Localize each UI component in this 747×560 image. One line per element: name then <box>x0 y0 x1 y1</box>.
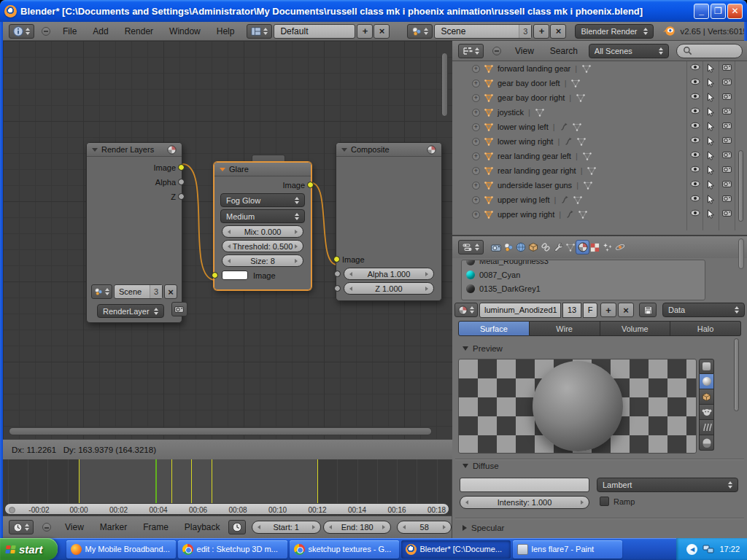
taskbar-task-button[interactable]: My Mobile Broadband... <box>66 540 176 559</box>
z-input-socket[interactable] <box>334 285 341 292</box>
object-name[interactable]: upper wing left <box>498 195 550 204</box>
renderability-toggle[interactable] <box>722 136 732 145</box>
collapse-menus-button[interactable] <box>42 27 50 36</box>
menu-add[interactable]: Add <box>85 26 116 36</box>
expand-icon[interactable]: + <box>472 123 480 131</box>
menu-view[interactable]: View <box>507 46 542 56</box>
renderability-toggle[interactable] <box>722 209 732 218</box>
expand-icon[interactable]: + <box>472 211 480 219</box>
unlink-material-button[interactable]: × <box>618 303 634 317</box>
menu-help[interactable]: Help <box>209 26 243 36</box>
selectability-toggle[interactable] <box>707 180 714 191</box>
preview-hair-button[interactable] <box>699 420 714 435</box>
outliner-item-row[interactable]: + gear bay door right | <box>452 90 747 105</box>
node-glare[interactable]: Glare Image Fog Glow Medium Mix: 0.000 T… <box>214 162 311 290</box>
renderability-toggle[interactable] <box>722 151 732 160</box>
diffuse-intensity-slider[interactable]: Intensity: 1.000 <box>460 496 589 509</box>
object-name[interactable]: forward landing gear <box>498 64 570 73</box>
collapse-menus-button[interactable] <box>42 523 51 532</box>
layout-name-field[interactable]: Default <box>274 24 355 39</box>
scene-users-count[interactable]: 3 <box>519 25 531 38</box>
render-tab-icon[interactable] <box>489 241 502 254</box>
material-context-tab[interactable]: Surface <box>458 321 530 336</box>
start-frame-field[interactable]: Start: 1 <box>252 521 321 534</box>
expand-icon[interactable]: + <box>472 196 480 204</box>
preview-sphere-button[interactable] <box>699 374 714 389</box>
preview-flat-button[interactable] <box>699 359 714 374</box>
material-context-tab[interactable]: Halo <box>670 321 741 336</box>
expand-icon[interactable]: + <box>472 138 480 146</box>
material-name-field[interactable]: luminum_Anodized1 <box>479 303 561 318</box>
outliner-item-row[interactable]: + joystick | <box>452 105 747 120</box>
node-editor-vertical-scrollbar[interactable] <box>441 52 448 117</box>
diffuse-color-field[interactable] <box>460 478 589 492</box>
outliner-filter-select[interactable]: All Scenes <box>589 44 669 58</box>
editor-type-button-properties[interactable] <box>458 240 484 254</box>
node-scene-field[interactable]: Scene3 <box>114 284 163 299</box>
composite-node-header[interactable]: Composite <box>336 143 441 157</box>
composite-z-slider[interactable]: Z 1.000 <box>344 282 434 295</box>
visibility-toggle[interactable] <box>690 166 700 174</box>
node-composite[interactable]: Composite Image Alpha 1.000 Z 1.000 <box>336 142 442 301</box>
expand-icon[interactable]: + <box>472 182 480 190</box>
texture-tab-icon[interactable] <box>589 241 601 254</box>
selectability-toggle[interactable] <box>707 166 714 176</box>
minimize-button[interactable]: _ <box>694 4 709 19</box>
material-context-tab[interactable]: Wire <box>530 321 600 336</box>
visibility-toggle[interactable] <box>690 151 700 160</box>
start-button[interactable]: start <box>0 538 58 560</box>
selectability-toggle[interactable] <box>707 209 714 220</box>
glare-threshold-slider[interactable]: Threshold: 0.500 <box>222 240 303 252</box>
selectability-toggle[interactable] <box>707 195 714 206</box>
object-name[interactable]: lower wing left <box>498 122 549 131</box>
datablock-copy-button[interactable] <box>639 303 657 317</box>
glare-size-slider[interactable]: Size: 8 <box>222 254 303 267</box>
diffuse-shader-select[interactable]: Lambert <box>597 478 738 492</box>
menu-playback[interactable]: Playback <box>177 522 228 532</box>
alpha-input-socket[interactable] <box>334 271 341 277</box>
image-input-socket[interactable] <box>333 256 340 262</box>
object-name[interactable]: joystick <box>498 108 524 117</box>
world-tab-icon[interactable] <box>514 241 527 254</box>
node-scene-selector[interactable] <box>91 284 112 299</box>
material-users-count[interactable]: 13 <box>562 303 581 318</box>
delete-scene-button[interactable]: × <box>550 24 566 39</box>
collapse-triangle-icon[interactable] <box>220 168 225 171</box>
time-cursor-toggle-button[interactable] <box>228 520 246 534</box>
material-context-tab[interactable]: Volume <box>600 321 671 336</box>
render-layers-node-header[interactable]: Render Layers <box>87 143 182 157</box>
expand-icon[interactable]: + <box>472 167 480 175</box>
visibility-toggle[interactable] <box>690 78 700 87</box>
particles-tab-icon[interactable] <box>601 241 614 254</box>
selectability-toggle[interactable] <box>707 107 714 118</box>
object-name[interactable]: lower wing right <box>498 137 553 146</box>
object-name[interactable]: gear bay door left <box>498 79 560 88</box>
constraints-tab-icon[interactable] <box>539 241 551 254</box>
renderability-toggle[interactable] <box>722 63 732 72</box>
menu-search[interactable]: Search <box>542 46 586 56</box>
visibility-toggle[interactable] <box>690 63 700 72</box>
renderability-toggle[interactable] <box>722 195 732 203</box>
hide-icons-chevron[interactable]: ◀ <box>686 544 697 555</box>
add-scene-button[interactable]: + <box>533 24 549 39</box>
node-editor-canvas[interactable]: Render Layers Image Alpha Z Scene3 × Ren… <box>3 41 452 439</box>
modifiers-tab-icon[interactable] <box>551 241 564 254</box>
delete-layout-button[interactable]: × <box>374 24 390 39</box>
renderability-toggle[interactable] <box>722 122 732 131</box>
z-output-socket[interactable] <box>178 193 185 200</box>
alpha-output-socket[interactable] <box>178 179 185 185</box>
object-name[interactable]: rear landing gear left <box>498 152 571 160</box>
image-color-swatch[interactable] <box>222 271 248 280</box>
material-slot[interactable]: 0087_Cyan <box>462 268 705 281</box>
glare-quality-select[interactable]: Medium <box>220 209 305 223</box>
visibility-toggle[interactable] <box>690 136 700 145</box>
object-tab-icon[interactable] <box>527 241 539 254</box>
physics-tab-icon[interactable] <box>614 241 626 254</box>
menu-view[interactable]: View <box>57 522 92 532</box>
visibility-toggle[interactable] <box>690 122 700 131</box>
visibility-toggle[interactable] <box>690 195 700 203</box>
preview-section-header[interactable]: Preview <box>462 344 503 353</box>
editor-type-button-timeline[interactable] <box>9 520 34 534</box>
expand-icon[interactable]: + <box>472 94 480 102</box>
renderability-toggle[interactable] <box>722 107 732 116</box>
